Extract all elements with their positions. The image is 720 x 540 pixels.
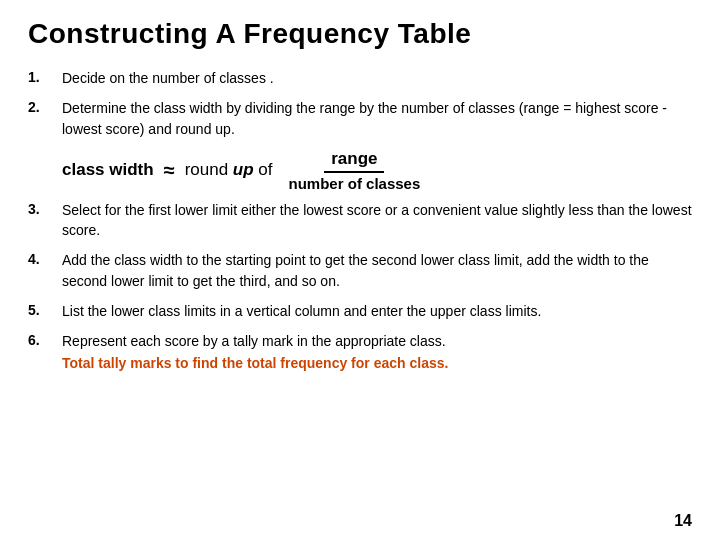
step-6-content: Represent each score by a tally mark in … bbox=[62, 331, 446, 351]
step-3-content: Select for the first lower limit either … bbox=[62, 200, 692, 241]
step-2-num: 2. bbox=[28, 98, 50, 115]
step-2-content: Determine the class width by dividing th… bbox=[62, 98, 692, 139]
step-1-content: Decide on the number of classes . bbox=[62, 68, 692, 88]
step-5-content: List the lower class limits in a vertica… bbox=[62, 301, 692, 321]
step-2: 2. Determine the class width by dividing… bbox=[28, 98, 692, 139]
fraction-denominator: number of classes bbox=[289, 173, 421, 192]
round-up-text: round up of bbox=[185, 160, 273, 180]
formula-left-label: class width bbox=[62, 160, 154, 180]
approx-symbol: ≈ bbox=[164, 159, 175, 182]
page-title: Constructing A Frequency Table bbox=[28, 18, 692, 50]
step-1: 1. Decide on the number of classes . bbox=[28, 68, 692, 88]
formula-row: class width ≈ round up of range number o… bbox=[62, 149, 692, 192]
step-3: 3. Select for the first lower limit eith… bbox=[28, 200, 692, 241]
step-5-num: 5. bbox=[28, 301, 50, 318]
step-1-num: 1. bbox=[28, 68, 50, 85]
fraction-numerator: range bbox=[324, 149, 384, 173]
step-4-num: 4. bbox=[28, 250, 50, 267]
orange-text: Total tally marks to find the total freq… bbox=[62, 355, 448, 371]
step-4-content: Add the class width to the starting poin… bbox=[62, 250, 692, 291]
fraction: range number of classes bbox=[289, 149, 421, 192]
step-4: 4. Add the class width to the starting p… bbox=[28, 250, 692, 291]
step-6-num: 6. bbox=[28, 331, 50, 348]
page-number: 14 bbox=[674, 512, 692, 530]
step-6: 6. Represent each score by a tally mark … bbox=[28, 331, 692, 370]
step-3-num: 3. bbox=[28, 200, 50, 217]
step-5: 5. List the lower class limits in a vert… bbox=[28, 301, 692, 321]
